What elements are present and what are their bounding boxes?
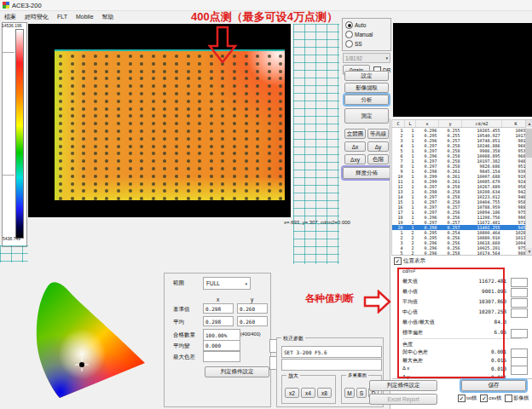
measurement-point [210, 107, 213, 111]
excel-report-button[interactable]: Excel Report [369, 394, 437, 405]
average-dev-field[interactable]: 0.000 [203, 340, 240, 351]
ref-field-y[interactable]: 0.260 [237, 316, 268, 326]
measurement-point [59, 122, 62, 125]
contour-button[interactable]: 等高線 [367, 129, 389, 139]
table-scrollbar[interactable]: ▲ ▼ [525, 120, 532, 255]
measurement-point [71, 145, 74, 148]
ref-field-x[interactable]: 0.298 [203, 316, 234, 326]
calibration-preset-field[interactable]: SET 3-200 F5.6 [281, 346, 382, 358]
measurement-point [245, 122, 248, 125]
measurement-point [59, 92, 62, 95]
luminance-heatmap [55, 49, 285, 200]
measurement-point [82, 130, 85, 133]
pass-count-field[interactable]: 100.00% [203, 329, 240, 341]
radio-ss[interactable]: SS [345, 39, 390, 49]
capture-button[interactable]: 影像擷取 [344, 83, 389, 93]
measurement-point [163, 84, 166, 88]
calibration-extra-field[interactable] [281, 359, 382, 371]
measurement-point [233, 84, 236, 88]
zoom-x2-button[interactable]: x2 [285, 388, 299, 398]
menu-item[interactable]: 幫助 [102, 13, 114, 21]
measure-button[interactable]: 測定 [344, 108, 389, 124]
stat-row: 中心值10207.258 [402, 308, 506, 316]
measurement-point [71, 137, 74, 141]
measurement-point [82, 182, 85, 186]
measurement-point [187, 84, 190, 88]
max-color-diff-field[interactable] [203, 351, 240, 362]
file-check-csv檔[interactable]: ✓csv檔 [480, 395, 501, 402]
measurement-point [140, 145, 143, 148]
luminance-distribution-button[interactable]: 輝度分佈 [343, 167, 390, 179]
file-check-label: csv檔 [489, 395, 501, 402]
zoom-x4-button[interactable]: x4 [301, 388, 315, 398]
measurement-point [82, 55, 85, 58]
table-cell: 5 [392, 251, 405, 256]
stat-value: 0.011 [491, 374, 506, 380]
file-check-label: txt檔 [466, 395, 477, 402]
scroll-down-icon[interactable]: ▼ [526, 248, 532, 255]
measurement-point [233, 107, 236, 111]
measurement-point [117, 182, 120, 186]
measurement-point [140, 130, 143, 133]
table-cell: 0.296 [416, 251, 439, 256]
measurement-point [233, 182, 236, 186]
menu-item[interactable]: FLT [57, 14, 67, 20]
judge-condition-button[interactable]: 判定條件設定 [205, 366, 269, 377]
multi-s-button[interactable]: S [356, 388, 367, 398]
multi-m-button[interactable]: M [344, 388, 355, 398]
solid-view-button[interactable]: 立體圖 [344, 129, 366, 139]
measurement-point [198, 130, 201, 133]
measurement-point [163, 122, 166, 125]
zoom-x8-button[interactable]: x8 [317, 388, 332, 398]
measurement-point [82, 122, 85, 125]
save-button[interactable]: 儲存 [461, 380, 526, 391]
stat-value: 0.015 [491, 357, 506, 365]
stat-row: 最大值11672.481 [402, 278, 506, 285]
scroll-up-icon[interactable]: ▲ [526, 120, 532, 127]
judge-condition-button-2[interactable]: 判定條件設定 [369, 380, 437, 391]
measurement-point [210, 100, 213, 103]
range-select[interactable]: FULL ▾ [203, 277, 251, 290]
menu-item[interactable]: Mobile [76, 14, 94, 20]
measurement-point [187, 130, 190, 133]
judge-result-box [511, 329, 528, 338]
measurement-point [279, 107, 282, 111]
ref-field-x[interactable]: 0.298 [203, 303, 234, 314]
scrollbar-thumb[interactable] [526, 129, 532, 158]
measurement-point [117, 189, 120, 193]
settings-button[interactable]: 設定 [344, 71, 389, 81]
ref-field-y[interactable]: 0.260 [237, 303, 268, 314]
analyze-button[interactable]: 分析 [344, 95, 389, 105]
measurement-point [117, 197, 120, 200]
menu-item[interactable]: 經時變化 [25, 13, 49, 21]
measurement-table[interactable]: CLxycd/m2K110.2960.25510265.45510038210.… [391, 119, 532, 256]
measurement-point [245, 114, 248, 118]
file-check-影像檔[interactable]: 影像檔 [505, 395, 529, 402]
table-row[interactable]: 520.2960.25810174.5649801 [392, 251, 530, 256]
measurement-point [187, 107, 190, 111]
measurement-point [140, 159, 143, 163]
menu-item[interactable]: 檔案 [4, 13, 16, 21]
shutter-select[interactable]: 1/8192 ▾ [343, 53, 390, 63]
delta-x-button[interactable]: Δx [344, 141, 366, 152]
measurement-display[interactable] [28, 24, 291, 217]
measurement-point [256, 84, 259, 88]
stat-row: 最大色差0.015 [402, 357, 506, 365]
measurement-point [187, 197, 190, 200]
measurement-point [187, 122, 190, 125]
levels-button[interactable]: 色階 [367, 154, 389, 164]
measurement-point [59, 55, 62, 58]
measurement-point [279, 182, 282, 186]
position-display-checkbox[interactable]: ✓ 位置表示 [394, 257, 425, 265]
file-check-txt檔[interactable]: ✓txt檔 [458, 395, 477, 402]
delta-y-button[interactable]: Δy [367, 141, 389, 152]
delta-xy-button[interactable]: Δxy [344, 154, 366, 164]
measurement-point [256, 197, 259, 200]
measurement-point [256, 92, 259, 95]
measurement-point [82, 175, 85, 178]
measurement-point [279, 114, 282, 118]
radio-manual[interactable]: Manual [345, 30, 390, 39]
pass-count-note: (400/400) [240, 331, 261, 337]
measurement-point [59, 130, 62, 133]
measurement-point [233, 70, 236, 73]
